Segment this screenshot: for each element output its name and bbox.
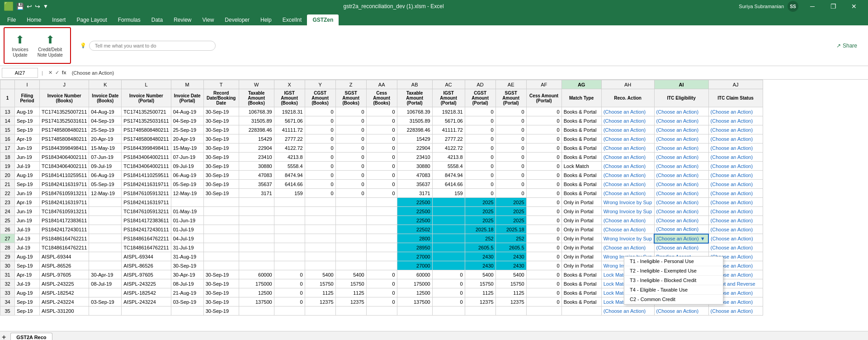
header-record-date: Record Date/Booking Date — [203, 89, 239, 107]
dropdown-item-t1[interactable]: T1 - Ineligible - Personal Use — [624, 257, 723, 266]
header-itc-claim-status: ITC Claim Status — [708, 89, 763, 107]
table-row[interactable]: 14 Sep-19PS1741352503161104-Sep-19PS1741… — [0, 116, 763, 125]
sheet-area[interactable]: I J K L M T W X Y Z AA AB AC AD AE AF AG — [0, 80, 868, 331]
col-header-AG[interactable]: AG — [561, 80, 601, 89]
minimize-button[interactable]: ─ — [802, 0, 823, 13]
tab-file[interactable]: File — [2, 14, 21, 25]
restore-button[interactable]: ❐ — [823, 0, 844, 13]
itc-eligibility-dropdown[interactable]: (Choose an Action) ▼ — [656, 236, 705, 241]
tab-data[interactable]: Data — [146, 14, 168, 25]
table-row[interactable]: 22 Jun-19PS1847610591321112-May-19PS1847… — [0, 189, 763, 198]
invoices-update-icon: ⬆ — [15, 34, 24, 46]
share-icon: ↗ — [836, 43, 841, 49]
header-igst-books: IGST Amount (Books) — [274, 89, 305, 107]
corner-cell — [0, 80, 15, 89]
header-sgst-portal: SGST Amount (Portal) — [495, 89, 526, 107]
ribbon-search-area: 💡 — [73, 27, 835, 64]
table-row[interactable]: 25 Jun-19PS18414172383611PS1841417238361… — [0, 216, 763, 225]
dropdown-item-t3[interactable]: T3 - Ineligible - Blocked Credit — [624, 276, 723, 285]
col-header-AB[interactable]: AB — [397, 80, 432, 89]
invoices-update-button[interactable]: ⬆ InvoicesUpdate — [8, 32, 32, 60]
col-header-I[interactable]: I — [15, 80, 40, 89]
col-header-AD[interactable]: AD — [465, 80, 495, 89]
col-header-Y[interactable]: Y — [305, 80, 335, 89]
table-row[interactable]: 21 Sep-19PS1842411631971105-Sep-19PS1842… — [0, 180, 763, 189]
table-row[interactable]: 28 Jul-19TC18486164762211TC1848616476221… — [0, 243, 763, 252]
table-row[interactable]: 26 Jul-19PS18424172430111PS1842417243011… — [0, 225, 763, 234]
confirm-formula-icon[interactable]: ✓ — [55, 70, 59, 76]
col-header-M[interactable]: M — [171, 80, 203, 89]
spreadsheet-container: I J K L M T W X Y Z AA AB AC AD AE AF AG — [0, 80, 868, 331]
table-row[interactable]: 23 Apr-19PS18424116319711PS1842411631971… — [0, 198, 763, 207]
table-row[interactable]: 16 Apr-19PS1748580848021120-Apr-19PS1748… — [0, 134, 763, 144]
table-row[interactable]: 35 Sep-19AISPL-33120030-Sep-19(Choose an… — [0, 306, 763, 316]
dropdown-item-c2[interactable]: C2 - Common Credit — [624, 295, 723, 304]
tab-view[interactable]: View — [197, 14, 220, 25]
tab-home[interactable]: Home — [21, 14, 47, 25]
col-header-AE[interactable]: AE — [495, 80, 526, 89]
quick-access-more[interactable]: ▼ — [43, 3, 48, 10]
table-row[interactable]: 20 Aug-19PS1841411025951106-Aug-19PS1841… — [0, 171, 763, 180]
table-row[interactable]: 17 Jun-19PS1844399849841115-May-19PS1844… — [0, 144, 763, 153]
close-button[interactable]: ✕ — [844, 0, 864, 13]
window-controls: ─ ❐ ✕ — [802, 0, 864, 13]
tab-developer[interactable]: Developer — [219, 14, 255, 25]
header-cess-books: Cess Amount (Books) — [366, 89, 397, 107]
header-invoice-date-portal: Invoice Date (Portal) — [171, 89, 203, 107]
dropdown-item-t4[interactable]: T4 - Eligible - Taxable Use — [624, 285, 723, 295]
credit-debit-note-update-button[interactable]: ⬆ Credit/DebitNote Update — [34, 32, 66, 60]
col-header-T[interactable]: T — [203, 80, 239, 89]
header-filing-period: Filing Period — [15, 89, 40, 107]
col-header-AC[interactable]: AC — [432, 80, 465, 89]
col-header-Z[interactable]: Z — [335, 80, 366, 89]
spreadsheet-header-row: 1 Filing Period Invoice Number (Books) I… — [0, 89, 763, 107]
tab-gstzen[interactable]: GSTZen — [307, 14, 339, 25]
table-row[interactable]: 19 Jul-19TC1843406400211109-Jul-19TC1843… — [0, 162, 763, 171]
table-row[interactable]: 24 Jun-19TC18476105913211TC1847610591321… — [0, 207, 763, 216]
header-cess-portal: Cess Amount (Portal) — [526, 89, 561, 107]
share-button[interactable]: ↗ Share — [836, 27, 864, 64]
col-header-J[interactable]: J — [40, 80, 89, 89]
insert-function-icon[interactable]: fx — [62, 70, 66, 76]
header-cgst-portal: CGST Amount (Portal) — [465, 89, 495, 107]
search-input[interactable] — [89, 41, 216, 51]
tab-formulas[interactable]: Formulas — [113, 14, 146, 25]
table-row[interactable]: 15 Sep-19PS1748580848021125-Sep-19PS1748… — [0, 125, 763, 134]
dropdown-item-t2[interactable]: T2 - Ineligible - Exempted Use — [624, 266, 723, 276]
user-name: Suriya Subramanian — [739, 4, 784, 9]
quick-access-redo[interactable]: ↪ — [35, 3, 40, 10]
formula-bar: | ✕ ✓ fx — [0, 66, 868, 80]
header-invoice-number-portal: Invoice Number (Portal) — [122, 89, 171, 107]
sheet-tab-gstr2a[interactable]: GST2A Reco — [10, 333, 52, 340]
table-row[interactable]: 13 Aug-19TC1741352500721104-Aug-19TC1741… — [0, 107, 763, 116]
formula-input[interactable] — [70, 70, 866, 76]
tab-page-layout[interactable]: Page Layout — [71, 14, 112, 25]
itc-eligibility-dropdown-menu[interactable]: T1 - Ineligible - Personal Use T2 - Inel… — [624, 256, 723, 305]
name-box[interactable] — [2, 68, 38, 78]
ribbon-group-updates: ⬆ InvoicesUpdate ⬆ Credit/DebitNote Upda… — [4, 27, 71, 64]
header-taxable-portal: Taxable Amount (Portal) — [397, 89, 432, 107]
col-header-W[interactable]: W — [239, 80, 274, 89]
quick-access-save[interactable]: 💾 — [16, 3, 24, 10]
tab-review[interactable]: Review — [168, 14, 197, 25]
tab-excellint[interactable]: ExcelInt — [277, 14, 307, 25]
user-avatar: SS — [788, 1, 798, 12]
header-taxable-books: Taxable Amount (Books) — [239, 89, 274, 107]
col-header-AA[interactable]: AA — [366, 80, 397, 89]
cancel-formula-icon[interactable]: ✕ — [48, 70, 52, 76]
lightbulb-icon: 💡 — [80, 43, 86, 48]
col-header-AF[interactable]: AF — [526, 80, 561, 89]
col-header-AJ[interactable]: AJ — [708, 80, 763, 89]
table-row[interactable]: 27 Jul-19PS18486164762211PS1848616476221… — [0, 234, 763, 243]
col-header-AH[interactable]: AH — [601, 80, 654, 89]
tab-insert[interactable]: Insert — [47, 14, 71, 25]
col-header-X[interactable]: X — [274, 80, 305, 89]
quick-access-undo[interactable]: ↩ — [27, 3, 32, 10]
col-header-L[interactable]: L — [122, 80, 171, 89]
add-sheet-button[interactable]: + — [2, 333, 6, 340]
credit-debit-label: Credit/DebitNote Update — [38, 47, 63, 58]
table-row[interactable]: 18 Jun-19PS1843406400211107-Jun-19PS1843… — [0, 153, 763, 162]
col-header-K[interactable]: K — [89, 80, 122, 89]
col-header-AI[interactable]: AI — [654, 80, 708, 89]
tab-help[interactable]: Help — [255, 14, 277, 25]
